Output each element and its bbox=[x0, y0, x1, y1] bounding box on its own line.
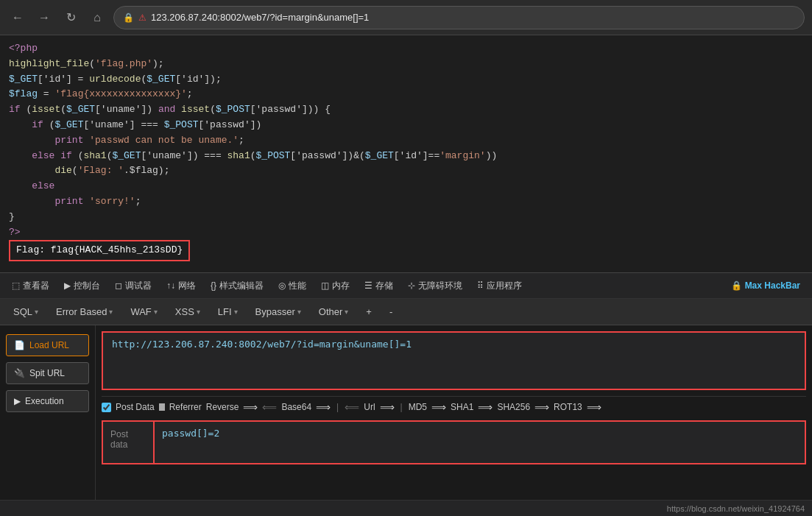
md5-arrow-right: ⟹ bbox=[431, 401, 446, 413]
flag-value: Flag: flag{HACK_45hhs_213sDD} bbox=[9, 240, 190, 261]
code-area: <?php highlight_file('flag.php'); $_GET[… bbox=[0, 35, 812, 272]
load-url-icon: 📄 bbox=[14, 340, 25, 350]
storage-label: 存储 bbox=[375, 280, 393, 292]
hackbar-panel: SQL ▾ Error Based ▾ WAF ▾ XSS ▾ LFI ▾ By… bbox=[0, 299, 812, 516]
devtools-debugger[interactable]: ◻ 调试器 bbox=[109, 277, 158, 295]
devtools-style-editor[interactable]: {} 样式编辑器 bbox=[205, 277, 269, 295]
menu-error-based[interactable]: Error Based ▾ bbox=[49, 302, 120, 322]
devtools-performance[interactable]: ◎ 性能 bbox=[272, 277, 312, 295]
execution-icon: ▶ bbox=[14, 396, 21, 406]
code-line: $flag = 'flag{xxxxxxxxxxxxxxx}'; bbox=[9, 87, 803, 102]
debugger-icon: ◻ bbox=[115, 280, 122, 291]
url-input-box[interactable]: http://123.206.87.240:8002/web7/?id=marg… bbox=[102, 331, 806, 390]
url-display: 123.206.87.240:8002/web7/?id=margin&unam… bbox=[151, 12, 369, 23]
memory-label: 内存 bbox=[332, 280, 350, 292]
sep2: | bbox=[400, 402, 403, 412]
menu-sql[interactable]: SQL ▾ bbox=[6, 302, 46, 322]
load-url-button[interactable]: 📄 Load URL bbox=[6, 334, 89, 356]
code-line: ?> bbox=[9, 225, 803, 241]
application-label: 应用程序 bbox=[487, 280, 522, 292]
menu-add[interactable]: + bbox=[359, 302, 379, 322]
sha1-label[interactable]: SHA1 bbox=[451, 402, 473, 412]
menu-error-based-label: Error Based bbox=[56, 306, 107, 317]
menu-other-label: Other bbox=[319, 306, 343, 317]
code-line: die('Flag: '.$flag); bbox=[9, 163, 803, 179]
network-icon: ↑↓ bbox=[166, 280, 175, 291]
post-data-area: Post data passwd[]=2 bbox=[102, 420, 806, 494]
accessibility-icon: ⊹ bbox=[408, 280, 415, 291]
url-encode-label[interactable]: Url bbox=[364, 402, 375, 412]
network-label: 网络 bbox=[178, 280, 196, 292]
devtools-memory[interactable]: ◫ 内存 bbox=[315, 277, 356, 295]
menu-other[interactable]: Other ▾ bbox=[311, 302, 356, 322]
home-button[interactable]: ⌂ bbox=[87, 7, 107, 28]
base64-label[interactable]: Base64 bbox=[281, 402, 311, 412]
load-url-label: Load URL bbox=[29, 340, 69, 350]
style-editor-icon: {} bbox=[211, 280, 216, 291]
code-line: if ($_GET['uname'] === $_POST['passwd']) bbox=[9, 118, 803, 133]
sql-arrow-icon: ▾ bbox=[35, 308, 38, 316]
lfi-arrow-icon: ▾ bbox=[234, 308, 238, 316]
code-line: if (isset($_GET['uname']) and isset($_PO… bbox=[9, 102, 803, 118]
back-button[interactable]: ← bbox=[7, 7, 28, 28]
referrer-label[interactable]: Referrer bbox=[169, 402, 202, 412]
menu-xss[interactable]: XSS ▾ bbox=[168, 302, 208, 322]
inspector-icon: ⬚ bbox=[12, 280, 20, 291]
reload-button[interactable]: ↻ bbox=[60, 7, 81, 28]
hackbar-toolbar: Post Data Referrer Reverse ⟹ ⟸ Base64 ⟹ … bbox=[102, 396, 806, 417]
warning-icon: ⚠ bbox=[138, 13, 146, 23]
menu-xss-label: XSS bbox=[175, 306, 194, 317]
devtools-accessibility[interactable]: ⊹ 无障碍环境 bbox=[402, 277, 468, 295]
hackbar-icon: 🔒 bbox=[731, 280, 742, 291]
post-data-input[interactable]: passwd[]=2 bbox=[153, 420, 806, 464]
devtools-bar: ⬚ 查看器 ▶ 控制台 ◻ 调试器 ↑↓ 网络 {} 样式编辑器 ◎ 性能 ◫ … bbox=[0, 272, 812, 299]
post-data-checkbox[interactable] bbox=[102, 403, 111, 412]
application-icon: ⠿ bbox=[477, 280, 484, 291]
waf-arrow-icon: ▾ bbox=[154, 308, 158, 316]
md5-label[interactable]: MD5 bbox=[409, 402, 427, 412]
menu-bypasser[interactable]: Bypasser ▾ bbox=[248, 302, 308, 322]
bypasser-arrow-icon: ▾ bbox=[297, 308, 301, 316]
code-line: else if (sha1($_GET['uname']) === sha1($… bbox=[9, 149, 803, 164]
memory-icon: ◫ bbox=[321, 280, 329, 291]
hackbar-button[interactable]: 🔒 Max HackBar bbox=[725, 278, 806, 294]
sha256-label[interactable]: SHA256 bbox=[497, 402, 530, 412]
post-data-toolbar-label[interactable]: Post Data bbox=[116, 402, 155, 412]
hackbar-menu: SQL ▾ Error Based ▾ WAF ▾ XSS ▾ LFI ▾ By… bbox=[0, 299, 812, 325]
reverse-arrow-right: ⟹ bbox=[243, 401, 258, 413]
post-data-indicator bbox=[159, 403, 165, 411]
code-line: print 'sorry!'; bbox=[9, 194, 803, 210]
sha1-arrow-right: ⟹ bbox=[478, 401, 493, 413]
menu-remove[interactable]: - bbox=[382, 302, 400, 322]
devtools-network[interactable]: ↑↓ 网络 bbox=[160, 277, 202, 295]
devtools-inspector[interactable]: ⬚ 查看器 bbox=[6, 277, 55, 295]
devtools-application[interactable]: ⠿ 应用程序 bbox=[471, 277, 528, 295]
url-arrow-right: ⟹ bbox=[380, 401, 395, 413]
forward-button[interactable]: → bbox=[34, 7, 54, 28]
menu-lfi-label: LFI bbox=[218, 306, 232, 317]
xss-arrow-icon: ▾ bbox=[197, 308, 200, 316]
security-icon: 🔒 bbox=[123, 13, 134, 23]
address-bar[interactable]: 🔒 ⚠ 123.206.87.240:8002/web7/?id=margin&… bbox=[113, 6, 805, 29]
flag-output-line: Flag: flag{HACK_45hhs_213sDD} bbox=[9, 240, 803, 261]
rot13-arrow-right: ⟹ bbox=[587, 401, 601, 413]
code-line: else bbox=[9, 179, 803, 194]
menu-waf[interactable]: WAF ▾ bbox=[123, 302, 164, 322]
devtools-storage[interactable]: ☰ 存储 bbox=[359, 277, 399, 295]
execution-button[interactable]: ▶ Execution bbox=[6, 390, 89, 412]
code-line: highlight_file('flag.php'); bbox=[9, 57, 803, 72]
menu-lfi[interactable]: LFI ▾ bbox=[211, 302, 245, 322]
reverse-label[interactable]: Reverse bbox=[206, 402, 239, 412]
code-line: print 'passwd can not be uname.'; bbox=[9, 133, 803, 149]
spit-url-icon: 🔌 bbox=[14, 368, 25, 378]
error-based-arrow-icon: ▾ bbox=[109, 308, 113, 316]
hackbar-main-area: http://123.206.87.240:8002/web7/?id=marg… bbox=[96, 325, 812, 500]
devtools-console[interactable]: ▶ 控制台 bbox=[58, 277, 106, 295]
accessibility-label: 无障碍环境 bbox=[418, 280, 462, 292]
execution-label: Execution bbox=[25, 396, 64, 406]
spit-url-label: Spit URL bbox=[29, 368, 65, 378]
spit-url-button[interactable]: 🔌 Spit URL bbox=[6, 362, 89, 384]
menu-waf-label: WAF bbox=[130, 306, 151, 317]
reverse-arrow-left: ⟸ bbox=[262, 401, 277, 413]
rot13-label[interactable]: ROT13 bbox=[554, 402, 582, 412]
